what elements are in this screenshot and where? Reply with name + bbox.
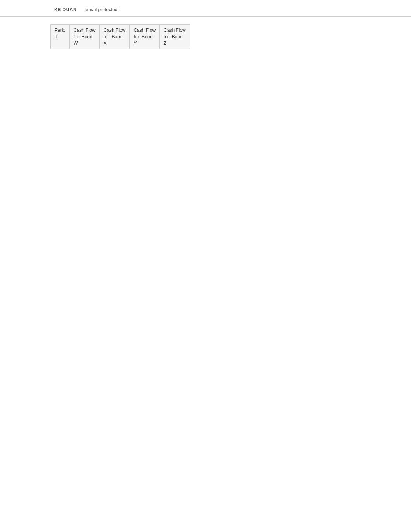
header-name: KE DUAN	[54, 7, 77, 12]
table-section: Period Cash Flowfor BondW Cash Flowfor B…	[0, 17, 411, 49]
col-period: Period	[51, 25, 70, 49]
col-bond-w: Cash Flowfor BondW	[70, 25, 100, 49]
cash-flow-table: Period Cash Flowfor BondW Cash Flowfor B…	[50, 24, 190, 49]
col-bond-z: Cash Flowfor BondZ	[160, 25, 190, 49]
header: KE DUAN [email protected]	[0, 0, 411, 17]
table-header-row: Period Cash Flowfor BondW Cash Flowfor B…	[51, 25, 190, 49]
col-bond-x: Cash Flowfor BondX	[99, 25, 130, 49]
col-bond-y: Cash Flowfor BondY	[130, 25, 160, 49]
header-email: [email protected]	[84, 7, 119, 12]
